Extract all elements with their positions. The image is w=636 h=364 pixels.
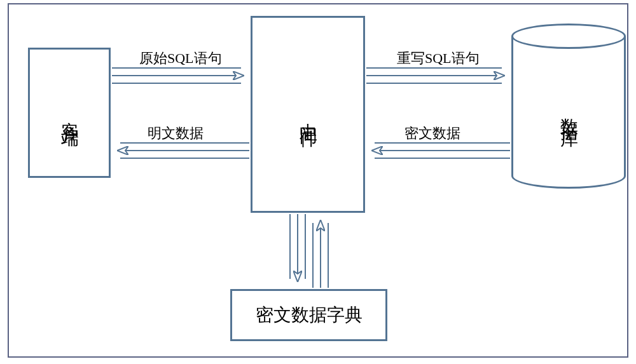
- client-box: 客户端: [28, 48, 111, 178]
- diagram-frame: 客户端 中间件 数据库 密文数据字典 原始SQL语句 明文数据 重写SQL语句 …: [8, 3, 628, 358]
- arrow-middleware-to-database: [366, 68, 504, 83]
- middleware-box: 中间件: [251, 16, 365, 213]
- client-label: 客户端: [56, 107, 83, 119]
- edge-label-rewritten-sql: 重写SQL语句: [397, 49, 480, 68]
- database-label: 数据库: [556, 104, 581, 119]
- dictionary-label: 密文数据字典: [256, 302, 363, 328]
- arrow-middleware-to-dictionary: [290, 214, 328, 288]
- middleware-label: 中间件: [294, 109, 321, 120]
- edge-label-original-sql: 原始SQL语句: [139, 49, 222, 68]
- edge-label-ciphertext: 密文数据: [404, 124, 460, 143]
- arrow-middleware-to-client: [118, 143, 249, 158]
- edge-label-plaintext: 明文数据: [148, 124, 204, 143]
- database-cylinder: 数据库: [511, 24, 626, 189]
- dictionary-box: 密文数据字典: [230, 289, 387, 341]
- arrow-database-to-middleware: [373, 143, 510, 158]
- arrow-client-to-middleware: [112, 68, 243, 83]
